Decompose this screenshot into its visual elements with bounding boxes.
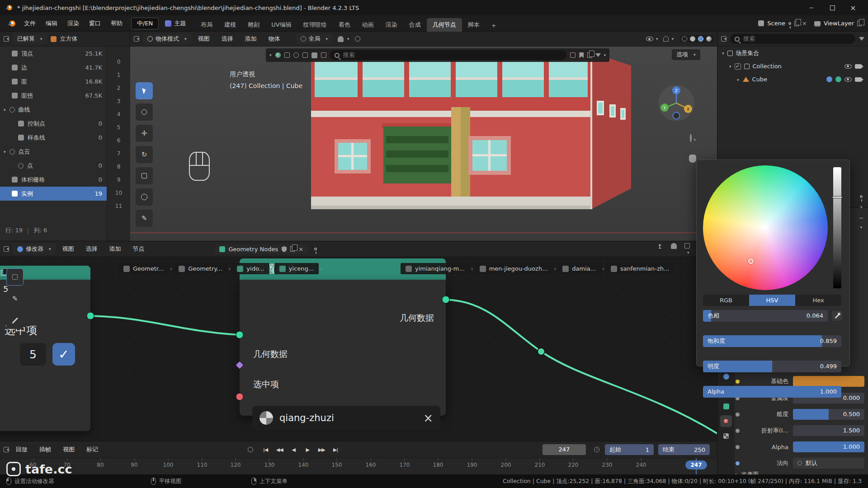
- stat-row-point[interactable]: 点0: [0, 159, 107, 173]
- menu-render[interactable]: 渲染: [62, 18, 84, 29]
- value-slider[interactable]: [833, 167, 841, 288]
- left-node-output-socket[interactable]: [87, 312, 94, 320]
- stat-row-vertex[interactable]: 顶点25.1K: [0, 47, 107, 61]
- minimize-button[interactable]: ─: [801, 5, 822, 11]
- dataset-dropdown[interactable]: 已解算: [13, 33, 47, 44]
- tab-shading[interactable]: 着色: [333, 18, 356, 32]
- filter-dropdown[interactable]: [595, 53, 606, 57]
- new-viewlayer-icon[interactable]: [857, 21, 862, 26]
- editor-type-icon[interactable]: [721, 36, 726, 42]
- outliner-row-cube[interactable]: ▸ Cube: [717, 73, 868, 86]
- pin-icon[interactable]: [856, 192, 866, 199]
- input-material-socket[interactable]: [236, 393, 244, 401]
- modifier-wrench-icon[interactable]: [826, 76, 832, 82]
- eyedropper-icon[interactable]: [832, 311, 842, 321]
- viewport-menu-add[interactable]: 添加: [240, 33, 262, 45]
- tab-scripting[interactable]: 脚本: [462, 18, 486, 32]
- jump-to-end-button[interactable]: ▶|: [330, 444, 342, 455]
- node-menu-select[interactable]: 选择: [81, 243, 103, 255]
- maximize-button[interactable]: [822, 5, 843, 10]
- timeline-menu-keying[interactable]: 插帧: [34, 444, 56, 455]
- theme-button[interactable]: 主题: [162, 19, 189, 28]
- output-geometry-socket[interactable]: [442, 296, 450, 304]
- render-camera-icon[interactable]: [855, 77, 862, 82]
- pin-icon[interactable]: [788, 22, 791, 25]
- shading-wireframe-icon[interactable]: [682, 36, 687, 42]
- scale-tool[interactable]: [136, 167, 153, 184]
- tab-geometry-nodes[interactable]: 几何节点: [427, 18, 462, 32]
- options-dropdown[interactable]: 选项: [672, 49, 700, 60]
- tab-rendering[interactable]: 渲染: [380, 18, 403, 32]
- cursor-tool[interactable]: [136, 103, 153, 121]
- viewport-menu-object[interactable]: 物体: [264, 33, 285, 45]
- tab-rgb[interactable]: RGB: [703, 295, 749, 306]
- tab-sculpting[interactable]: 雕刻: [242, 18, 265, 32]
- snap-icon[interactable]: [671, 243, 683, 255]
- remove-slot-button[interactable]: −: [856, 215, 866, 221]
- breadcrumb-item[interactable]: yiceng...: [274, 263, 319, 274]
- tool-icon-3[interactable]: [302, 52, 308, 58]
- tab-hex[interactable]: Hex: [795, 295, 841, 306]
- stat-group-pointcloud[interactable]: ▾点云: [0, 145, 107, 159]
- new-scene-icon[interactable]: [794, 21, 799, 26]
- material-unlink-icon[interactable]: ×: [423, 411, 433, 425]
- lang-toggle-button[interactable]: 中/EN: [131, 18, 159, 29]
- pin-icon[interactable]: [314, 248, 317, 250]
- blender-menu-icon[interactable]: [6, 20, 16, 27]
- stat-row-instances[interactable]: 实例19: [0, 187, 107, 201]
- value-slider-handle[interactable]: [832, 196, 842, 198]
- geometry-node-editor[interactable]: 修改器 视图 选择 添加 节点 Geometry Nodes × ↥: [0, 241, 717, 441]
- hide-eye-icon[interactable]: [844, 77, 852, 82]
- shading-material-icon[interactable]: [698, 36, 703, 42]
- boolean-checkbox[interactable]: ✓: [52, 343, 75, 366]
- select-box-tool[interactable]: [6, 268, 24, 286]
- tab-layout[interactable]: 布局: [195, 18, 218, 32]
- tab-compositing[interactable]: 合成: [403, 18, 427, 32]
- editor-type-icon[interactable]: [134, 36, 139, 42]
- node-tree-selector[interactable]: Geometry Nodes ×: [215, 244, 308, 254]
- breadcrumb-item[interactable]: Geometry...: [174, 263, 227, 274]
- breadcrumb-item[interactable]: yido...: [232, 263, 269, 274]
- links-cut-tool[interactable]: [6, 312, 24, 329]
- stat-group-curve[interactable]: ▾曲线: [0, 103, 107, 117]
- transform-tool[interactable]: [136, 188, 153, 206]
- clipboard-icon[interactable]: [587, 52, 592, 58]
- outliner-row-collection[interactable]: ▾ ✓ Collection: [717, 60, 868, 73]
- breadcrumb-item[interactable]: men-jiegou-duozh...: [475, 263, 553, 274]
- frame-start-field[interactable]: 起始1: [605, 444, 654, 455]
- viewport-search-input[interactable]: 搜索: [330, 50, 567, 60]
- prev-keyframe-button[interactable]: ◀◀: [274, 444, 286, 455]
- outliner-search-input[interactable]: 搜索: [730, 34, 855, 44]
- move-tool[interactable]: ✛: [136, 125, 153, 142]
- menu-window[interactable]: 窗口: [84, 18, 106, 29]
- next-keyframe-button[interactable]: ▶▶: [316, 444, 328, 455]
- select-box-tool[interactable]: [136, 82, 153, 99]
- snap-magnet-icon[interactable]: [338, 36, 349, 42]
- node-menu-node[interactable]: 节点: [128, 243, 150, 255]
- editor-type-icon[interactable]: [4, 36, 9, 42]
- close-button[interactable]: ×: [843, 4, 863, 12]
- tab-animation[interactable]: 动画: [356, 18, 380, 32]
- tool-icon-4[interactable]: [311, 52, 317, 58]
- stat-row-volume[interactable]: 体积栅格0: [0, 173, 107, 187]
- breadcrumb-item[interactable]: sanfenmian-zh...: [606, 263, 674, 274]
- play-reverse-button[interactable]: ◀: [288, 444, 300, 455]
- editor-type-icon[interactable]: [4, 246, 9, 252]
- collapse-icon[interactable]: ▾: [269, 53, 272, 57]
- menu-edit[interactable]: 编辑: [41, 18, 62, 29]
- breadcrumb-item[interactable]: yimianqiang-m...: [401, 263, 470, 274]
- roughness-slider[interactable]: 0.500: [793, 409, 864, 420]
- node-menu-view[interactable]: 视图: [57, 243, 79, 255]
- outliner-row-scene-collection[interactable]: ▾ 场景集合: [717, 47, 868, 60]
- proportional-edit-icon[interactable]: [355, 36, 360, 42]
- overlays-dropdown[interactable]: [663, 36, 674, 42]
- normal-default-button[interactable]: 默认: [793, 458, 864, 469]
- annotate-tool[interactable]: ✎: [6, 290, 24, 307]
- viewlayer-name[interactable]: ViewLayer: [824, 20, 854, 27]
- render-camera-icon[interactable]: [855, 64, 862, 69]
- node-menu-add[interactable]: 添加: [104, 243, 126, 255]
- timeline-menu-playback[interactable]: 回放: [11, 444, 33, 455]
- input-geometry-socket[interactable]: [236, 331, 244, 339]
- breadcrumb-item[interactable]: Geometr...: [118, 263, 169, 274]
- playback-sync-icon[interactable]: [248, 447, 253, 452]
